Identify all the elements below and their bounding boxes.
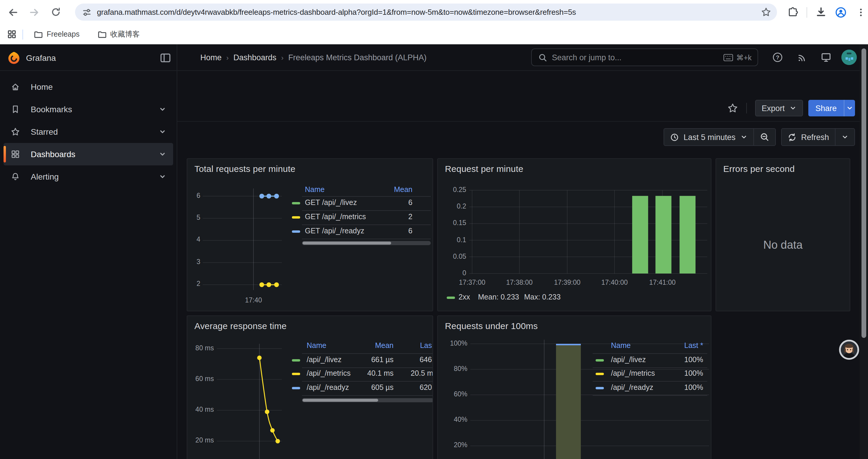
time-controls: Last 5 minutes Refresh: [663, 128, 855, 146]
profile-button[interactable]: [834, 5, 848, 19]
legend-series-name[interactable]: /api/_/metrics: [611, 369, 655, 378]
legend-series-name[interactable]: GET /api/_/livez: [305, 198, 357, 207]
apps-grid-button[interactable]: [5, 27, 19, 41]
legend-col-last[interactable]: Last *: [668, 341, 703, 350]
legend-series-name[interactable]: /api/_/livez: [611, 356, 646, 364]
grafana-logo-icon: [8, 51, 20, 64]
line-chart[interactable]: [187, 159, 433, 311]
star-icon: [11, 127, 20, 136]
share-button[interactable]: Share: [808, 100, 855, 117]
chevron-down-icon: [846, 104, 853, 112]
extensions-button[interactable]: [786, 5, 800, 19]
legend-mean: Mean: 0.233: [478, 293, 519, 301]
sidebar-item-dashboards[interactable]: Dashboards: [4, 143, 173, 165]
zoom-out-button[interactable]: [753, 129, 775, 145]
sidebar-item-starred[interactable]: Starred: [4, 121, 173, 143]
chevron-down-icon[interactable]: [158, 172, 167, 181]
panel-requests-under-100ms[interactable]: Requests under 100ms 100% 80% 60% 40% 20…: [437, 316, 711, 459]
panel-request-per-minute[interactable]: Request per minute 0.25 0.2 0.15 0.1 0.0…: [437, 158, 711, 311]
search-icon: [538, 53, 547, 62]
legend-col-last[interactable]: Las: [411, 341, 432, 350]
refresh-button[interactable]: Refresh: [781, 129, 835, 145]
series-swatch: [292, 202, 300, 204]
kiosk-monitor-button[interactable]: [819, 50, 833, 64]
page-scrollbar[interactable]: [860, 44, 868, 459]
legend-series-name[interactable]: /api/_/readyz: [307, 383, 349, 392]
search-input[interactable]: [552, 53, 723, 62]
back-arrow-icon: [8, 7, 18, 18]
legend-series-last: 20.5 m: [411, 369, 432, 378]
browser-toolbar: grafana.mathmast.com/d/deytv4rwavabkb/fr…: [0, 0, 868, 24]
legend-col-mean[interactable]: Mean: [382, 186, 412, 194]
legend-series-name[interactable]: GET /api/_/readyz: [305, 227, 364, 235]
apps-grid-icon: [7, 30, 17, 39]
legend-series-name[interactable]: /api/_/livez: [307, 356, 342, 364]
downloads-button[interactable]: [814, 5, 828, 19]
bookmark-folder-blogs[interactable]: 收藏博客: [92, 27, 145, 42]
legend-col-name[interactable]: Name: [611, 341, 631, 350]
y-tick: 0.2: [438, 203, 466, 210]
legend-series-name[interactable]: GET /api/_/metrics: [305, 213, 366, 221]
forward-arrow-icon: [29, 7, 39, 18]
dock-panel-icon: [159, 52, 172, 64]
bookmark-folder-freeleaps[interactable]: Freeleaps: [29, 28, 84, 41]
legend-col-name[interactable]: Name: [305, 186, 325, 194]
url-text[interactable]: grafana.mathmast.com/d/deytv4rwavabkb/fr…: [97, 8, 761, 17]
back-button[interactable]: [6, 5, 20, 19]
folder-icon: [34, 30, 42, 39]
search-shortcut: ⌘+k: [723, 53, 752, 62]
legend-col-mean[interactable]: Mean: [343, 341, 394, 350]
breadcrumb-dashboards[interactable]: Dashboards: [234, 53, 277, 62]
chevron-down-icon[interactable]: [158, 105, 167, 113]
time-range-picker[interactable]: Last 5 minutes: [664, 129, 753, 145]
sidebar-item-home[interactable]: Home: [4, 76, 173, 98]
bookmarks-bar: Freeleaps 收藏博客: [0, 24, 868, 44]
forward-button[interactable]: [27, 5, 41, 19]
chevron-down-icon[interactable]: [158, 128, 167, 136]
help-button[interactable]: ?: [771, 50, 785, 64]
legend-series-name[interactable]: 2xx: [459, 293, 470, 301]
divider: [302, 196, 431, 197]
y-tick: 80%: [438, 365, 467, 372]
legend-series-name[interactable]: /api/_/readyz: [611, 383, 653, 392]
refresh-interval-button[interactable]: [835, 129, 855, 145]
sidebar-item-bookmarks[interactable]: Bookmarks: [4, 98, 173, 121]
search-bar[interactable]: ⌘+k: [531, 48, 758, 66]
sidebar-item-label: Starred: [31, 127, 158, 136]
panel-errors-per-second[interactable]: Errors per second No data: [716, 158, 850, 311]
reload-button[interactable]: [49, 5, 63, 19]
address-bar[interactable]: grafana.mathmast.com/d/deytv4rwavabkb/fr…: [75, 4, 777, 21]
browser-menu-button[interactable]: [854, 5, 868, 19]
bookmark-star-icon[interactable]: [761, 7, 771, 17]
share-label[interactable]: Share: [808, 100, 844, 117]
mega-menu-toggle[interactable]: [159, 52, 172, 64]
divider: [302, 353, 433, 354]
legend-series-value: 100%: [668, 383, 703, 392]
kebab-menu-icon: [856, 7, 866, 17]
legend-scrollbar[interactable]: [302, 241, 431, 245]
panel-title[interactable]: Errors per second: [723, 164, 795, 174]
bar-chart[interactable]: [438, 159, 711, 311]
series-swatch: [447, 297, 455, 299]
site-info-icon[interactable]: [82, 7, 92, 17]
legend-scrollbar[interactable]: [302, 398, 433, 402]
panel-total-requests-per-minute[interactable]: Total requests per minute 6 5 4 3 2 17:4…: [187, 158, 433, 311]
favorite-star-button[interactable]: [727, 103, 738, 113]
grafana-brand[interactable]: Grafana: [8, 44, 56, 71]
clock-icon: [670, 133, 679, 141]
news-rss-button[interactable]: [795, 50, 809, 64]
user-avatar[interactable]: [841, 50, 857, 65]
floating-chat-avatar[interactable]: [839, 340, 859, 360]
legend-series-last: 646: [411, 356, 432, 364]
avatar-image: [841, 50, 857, 65]
export-button[interactable]: Export: [755, 100, 803, 117]
legend-col-name[interactable]: Name: [307, 341, 327, 350]
share-menu-button[interactable]: [844, 100, 855, 117]
chevron-down-icon[interactable]: [158, 150, 167, 158]
panel-average-response-time[interactable]: Average response time 80 ms 60 ms 40 ms …: [187, 316, 433, 459]
breadcrumb-home[interactable]: Home: [200, 53, 222, 62]
sidebar-item-alerting[interactable]: Alerting: [4, 165, 173, 188]
series-swatch: [292, 359, 300, 362]
scrollbar-thumb[interactable]: [862, 48, 866, 338]
series-swatch: [596, 373, 604, 375]
